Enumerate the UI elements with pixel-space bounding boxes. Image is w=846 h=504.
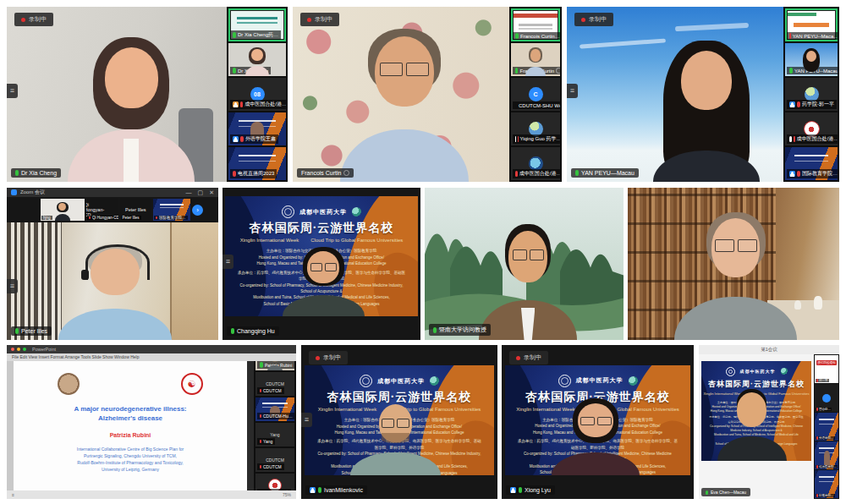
thumb-self-video[interactable]: Francois Curtin <box>511 43 560 76</box>
participant-sidebar: Patrizia Rubini CDUTCM CDUTCM CDUTCM-Hu…… <box>254 345 296 499</box>
minimize-button[interactable] <box>17 348 20 351</box>
recording-indicator: 录制中 <box>14 13 53 26</box>
event-logo-icon <box>430 376 439 386</box>
thumb-screenshare[interactable]: YAN PEYU--Maca… <box>785 8 838 41</box>
slide-title-line1: A major neurodegenerative illness: <box>74 405 186 413</box>
thumb-participant[interactable]: 08 成中医国合处/港… <box>228 78 286 111</box>
participant-icon <box>233 101 239 107</box>
participant-sidebar: YAN PEYU--Maca… YAN PEYU--Macau 药学院-郭一平 … <box>783 7 839 182</box>
mic-on-icon <box>260 362 263 368</box>
window-title-bar[interactable]: Zoom 会议 <box>7 188 218 197</box>
participant-name-tag: Francois Curtin <box>297 168 354 178</box>
panel-grip-icon[interactable] <box>301 413 312 427</box>
presentation-window-alzheimer: PowerPoint File Edit View Insert Format … <box>7 345 296 499</box>
panel-grip-icon[interactable] <box>222 255 233 269</box>
mic-on-icon <box>231 328 234 334</box>
thumb-participant[interactable]: CDUTCM-Hu… <box>255 397 294 421</box>
mic-muted-icon <box>240 101 244 107</box>
participant-icon <box>510 487 516 493</box>
thumb-participant[interactable]: CDUTCM CDUTCM <box>255 448 294 472</box>
participant-video <box>354 403 437 475</box>
participant-video <box>63 243 168 340</box>
mic-muted-icon <box>797 101 800 107</box>
close-button[interactable] <box>11 348 14 351</box>
menu-bar[interactable]: File Edit View Insert Format Arrange Too… <box>7 353 296 361</box>
mic-muted-icon <box>260 389 261 392</box>
participant-icon <box>310 487 316 493</box>
maximize-button[interactable] <box>23 348 26 351</box>
mic-on-icon <box>233 68 236 74</box>
minimize-button[interactable] <box>186 189 192 196</box>
thumb-participant[interactable]: 电视直播间2023 <box>228 147 286 180</box>
thumb-screenshare[interactable]: Francois Curtin… <box>511 8 560 41</box>
thumb-participant[interactable]: 国合处… <box>815 384 838 412</box>
participant-video <box>555 398 636 475</box>
xinglin-slide: 成都中医药大学 杏林国际周·云游世界名校 Xinglin Internation… <box>505 365 690 475</box>
window-title-bar[interactable]: 第1会议 <box>699 345 839 354</box>
tiny-person <box>824 451 830 465</box>
close-button[interactable] <box>209 189 214 196</box>
mic-muted-icon <box>240 136 244 142</box>
thumb-participant[interactable]: 国际教育学院… <box>785 147 838 180</box>
thumb-participant[interactable]: 针推学院… <box>815 470 838 498</box>
next-page-button[interactable] <box>192 205 203 216</box>
thumb-participant[interactable]: 药学院-郭一平 <box>785 78 838 111</box>
mic-on-icon <box>515 68 518 74</box>
record-dot-icon <box>21 18 25 22</box>
recording-indicator: 录制中 <box>309 351 348 364</box>
thumb-participant[interactable]: CDUTCM CDUTCM <box>255 372 294 396</box>
thumb-screenshare[interactable]: 疫情防控通知 郭一平 <box>815 355 838 383</box>
participant-video <box>340 29 469 182</box>
participant-sidebar: Francois Curtin… Francois Curtin C CDUTC… <box>509 7 562 182</box>
zoom-level[interactable]: 75% <box>283 492 291 497</box>
filmstrip-thumb[interactable]: Peter Illes Peter Illes <box>120 199 152 221</box>
thumb-participant[interactable]: 临床医学院… <box>815 441 838 469</box>
participant-icon <box>789 171 795 177</box>
participant-name-tag: Peter Illes <box>11 326 52 336</box>
filmstrip-thumb[interactable]: Qi Hongyan-CD… Qi Hongyan-CDUTCM <box>86 199 118 221</box>
mic-on-icon <box>15 328 19 334</box>
video-feed-peter-illes <box>7 222 218 340</box>
beard <box>382 433 410 443</box>
university-seal-icon <box>558 375 571 387</box>
thumb-participant[interactable]: Yang Yang <box>255 423 294 446</box>
mic-on-icon <box>519 487 522 493</box>
record-dot-icon <box>316 356 320 360</box>
headset-band <box>85 244 149 280</box>
slide-title-line2: Alzheimer's disease <box>98 414 162 422</box>
xinglin-slide: 成都中医药大学 杏林国际周·云游世界名校 Xinglin Internation… <box>225 196 418 316</box>
mic-muted-icon <box>89 216 91 220</box>
thumb-participant[interactable]: 成中医国合处/港… <box>511 147 560 180</box>
video-feed-dr-xia-cheng <box>7 7 227 182</box>
mic-muted-icon <box>156 216 157 220</box>
slide-nav-icon[interactable]: ≡ <box>12 492 14 497</box>
window-title-bar[interactable]: PowerPoint <box>7 345 296 353</box>
video-feed-francois-curtin <box>293 7 509 182</box>
record-dot-icon <box>516 356 520 360</box>
thumb-participant[interactable]: C CDUTCM-SHU Wei <box>511 78 560 111</box>
window-content: 成都中医药大学 杏林国际周·云游世界名校 Xinglin Internation… <box>699 354 814 499</box>
filmstrip-thumb[interactable]: 国际教育学院… <box>153 199 190 221</box>
thumb-participant[interactable]: 外语学院王鑫 <box>228 112 286 145</box>
thumb-self-video[interactable]: YAN PEYU--Macau <box>785 43 838 76</box>
thumb-participant[interactable]: 外语学院… <box>815 413 838 441</box>
thumb-participant[interactable]: Yiqing Guo 药学… <box>511 112 560 145</box>
alzheimer-slide: A major neurodegenerative illness: Alzhe… <box>14 361 247 490</box>
participant-video <box>485 224 572 340</box>
maximize-button[interactable] <box>198 189 204 196</box>
thumb-screenshare[interactable]: Dr Xia Cheng药… <box>228 8 286 41</box>
meeting-panel-visiting-professor: 暨南大学访问教授 <box>425 188 624 340</box>
mic-on-icon <box>575 170 579 176</box>
event-logo-icon <box>352 207 361 216</box>
filmstrip-thumb[interactable]: hjng <box>41 199 85 221</box>
blouse <box>124 139 139 182</box>
thumb-self-video[interactable]: Dr Xia Cheng <box>228 43 286 76</box>
participant-video <box>287 247 360 316</box>
panel-grip-icon[interactable] <box>7 279 18 293</box>
panel-grip-icon[interactable] <box>567 84 578 98</box>
university-seal-icon <box>282 205 294 218</box>
university-seal-icon <box>726 367 735 376</box>
event-logo-icon <box>629 376 638 386</box>
thumb-participant[interactable]: 成中医国合处/港… <box>785 112 838 145</box>
panel-grip-icon[interactable] <box>7 84 18 98</box>
